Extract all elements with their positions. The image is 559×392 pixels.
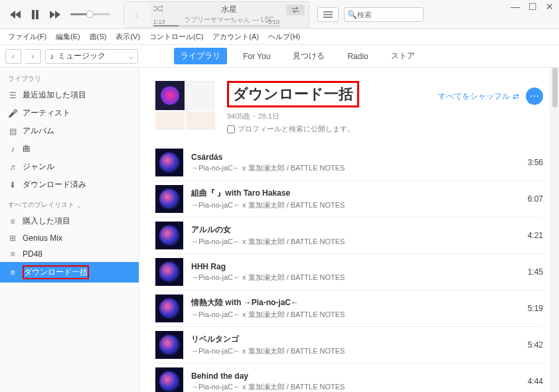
shuffle-all-button[interactable]: すべてをシャッフル ⇄ [438,91,519,102]
track-row[interactable]: アルルの女→Pia-no-jaC← x 葉加瀬太郎 / BATTLE NOTES… [155,217,543,253]
minimize-button[interactable]: — [510,1,520,12]
sidebar-item-label: ダウンロード済み [23,179,86,190]
sidebar-item-genius[interactable]: ⊞Genius Mix [0,230,139,246]
track-artist: →Pia-no-jaC← x 葉加瀬太郎 / BATTLE NOTES [191,346,517,356]
tab-radio[interactable]: Radio [341,49,374,64]
track-duration: 4:44 [517,377,543,386]
search-box[interactable]: 🔍 [344,7,424,22]
scrollbar-track[interactable] [550,68,559,392]
playlist-actions: すべてをシャッフル ⇄ ⋯ [438,88,543,105]
back-button[interactable]: ‹ [5,49,21,64]
sidebar-item-artists[interactable]: 🎤アーティスト [0,104,139,122]
playlist-icon: ≡ [8,249,17,259]
sidebar-item-label: 購入した項目 [23,216,70,227]
next-button[interactable] [48,7,62,22]
album-icon: ▤ [8,127,17,136]
playlist-meta: 9405曲・28.1日 [227,111,543,121]
track-artwork [155,222,183,249]
track-artist: →Pia-no-jaC← x 葉加瀬太郎 / BATTLE NOTES [191,310,517,320]
track-duration: 4:21 [517,231,543,240]
media-picker[interactable]: ♪ ミュージック ⌵ [45,49,138,64]
picker-label: ミュージック [58,50,106,62]
track-artist: →Pia-no-jaC← x 葉加瀬太郎 / BATTLE NOTES [191,163,517,173]
track-artist: →Pia-no-jaC← x 葉加瀬太郎 / BATTLE NOTES [191,382,517,392]
sidebar-item-label: PD48 [23,249,42,259]
menu-view[interactable]: 表示(V) [112,31,144,43]
pause-button[interactable] [28,7,42,22]
sidebar-item-albums[interactable]: ▤アルバム [0,122,139,140]
playlist-icon: ≡ [8,268,17,277]
publish-checkbox[interactable] [227,125,235,133]
track-row[interactable]: HHH Rag→Pia-no-jaC← x 葉加瀬太郎 / BATTLE NOT… [155,253,543,290]
track-row[interactable]: リベルタンゴ→Pia-no-jaC← x 葉加瀬太郎 / BATTLE NOTE… [155,326,543,363]
svg-rect-1 [36,10,39,19]
menu-account[interactable]: アカウント(A) [208,31,263,43]
music-icon: ♪ [50,52,54,61]
sidebar-item-label: 曲 [23,143,31,155]
track-artwork [155,367,183,392]
publish-checkbox-row[interactable]: プロフィールと検索に公開します。 [227,124,543,134]
track-artist: →Pia-no-jaC← x 葉加瀬太郎 / BATTLE NOTES [191,200,517,210]
window-controls: — ☐ ✕ [510,1,555,12]
sidebar-item-downloaded[interactable]: ⬇ダウンロード済み [0,176,139,194]
shuffle-icon: ⇄ [513,92,519,101]
search-icon: 🔍 [347,10,357,19]
sidebar-item-label: アルバム [23,125,54,137]
tab-library[interactable]: ライブラリ [174,48,227,64]
track-info: Csárdás→Pia-no-jaC← x 葉加瀬太郎 / BATTLE NOT… [191,153,517,173]
track-info: 情熱大陸 with →Pia-no-jaC←→Pia-no-jaC← x 葉加瀬… [191,297,517,320]
menu-help[interactable]: ヘルプ(H) [264,31,304,43]
track-duration: 5:42 [517,340,543,350]
now-playing-artwork: ♪ [124,2,149,27]
shuffle-all-label: すべてをシャッフル [438,91,510,102]
list-view-button[interactable] [317,7,339,22]
sidebar-heading-library: ライブラリ [0,68,139,86]
playlist-title: ダウンロード一括 [233,84,353,104]
track-artwork [155,294,183,322]
playback-controls [0,7,118,22]
menu-edit[interactable]: 編集(E) [52,31,84,43]
volume-slider[interactable] [70,13,110,15]
track-title: Behind the day [191,371,517,381]
menu-file[interactable]: ファイル(F) [4,31,50,43]
scrollbar-thumb[interactable] [552,68,558,107]
section-tabs: ライブラリ For You 見つける Radio ストア [174,48,422,64]
tab-browse[interactable]: 見つける [286,48,331,64]
previous-button[interactable] [8,7,23,22]
sidebar-item-pd48[interactable]: ≡PD48 [0,246,139,262]
recent-icon: ☰ [8,91,17,100]
close-button[interactable]: ✕ [544,1,555,12]
track-row[interactable]: 組曲『 』with Taro Hakase→Pia-no-jaC← x 葉加瀬太… [155,180,543,217]
content: ダウンロード一括 9405曲・28.1日 プロフィールと検索に公開します。 すべ… [139,68,559,392]
forward-button[interactable]: › [25,49,41,64]
progress-bar[interactable] [153,25,280,27]
sidebar-item-label: ダウンロード一括 [23,265,89,279]
nav-bar: ‹ › ♪ ミュージック ⌵ ライブラリ For You 見つける Radio … [0,45,559,68]
now-playing-artist: ラブリーサマーちゃん — LSC [149,15,309,25]
publish-label: プロフィールと検索に公開します。 [238,124,355,134]
menu-song[interactable]: 曲(S) [86,31,111,43]
sidebar: ライブラリ ☰最近追加した項目 🎤アーティスト ▤アルバム ♪曲 ♬ジャンル ⬇… [0,68,139,392]
menu-bar: ファイル(F) 編集(E) 曲(S) 表示(V) コントロール(C) アカウント… [0,29,559,45]
track-row[interactable]: 情熱大陸 with →Pia-no-jaC←→Pia-no-jaC← x 葉加瀬… [155,290,543,326]
tab-store[interactable]: ストア [384,48,422,64]
sidebar-item-songs[interactable]: ♪曲 [0,140,139,158]
track-row[interactable]: Behind the day→Pia-no-jaC← x 葉加瀬太郎 / BAT… [155,363,543,392]
sidebar-heading-playlists[interactable]: すべてのプレイリスト ⌵ [0,194,139,212]
track-title: HHH Rag [191,262,517,271]
track-row[interactable]: Csárdás→Pia-no-jaC← x 葉加瀬太郎 / BATTLE NOT… [155,145,543,180]
main: ライブラリ ☰最近追加した項目 🎤アーティスト ▤アルバム ♪曲 ♬ジャンル ⬇… [0,68,559,392]
search-input[interactable] [357,11,417,19]
tab-for-you[interactable]: For You [236,49,277,64]
track-info: リベルタンゴ→Pia-no-jaC← x 葉加瀬太郎 / BATTLE NOTE… [191,334,517,356]
sidebar-item-purchased[interactable]: ≡購入した項目 [0,212,139,230]
maximize-button[interactable]: ☐ [527,1,538,12]
more-button[interactable]: ⋯ [526,88,543,105]
sidebar-item-label: Genius Mix [23,233,62,243]
sidebar-item-download-batch[interactable]: ≡ダウンロード一括 [0,262,139,283]
track-title: アルルの女 [191,224,517,235]
repeat-button[interactable] [286,5,305,15]
menu-control[interactable]: コントロール(C) [145,31,207,43]
sidebar-item-recent[interactable]: ☰最近追加した項目 [0,86,139,104]
sidebar-item-genres[interactable]: ♬ジャンル [0,158,139,176]
